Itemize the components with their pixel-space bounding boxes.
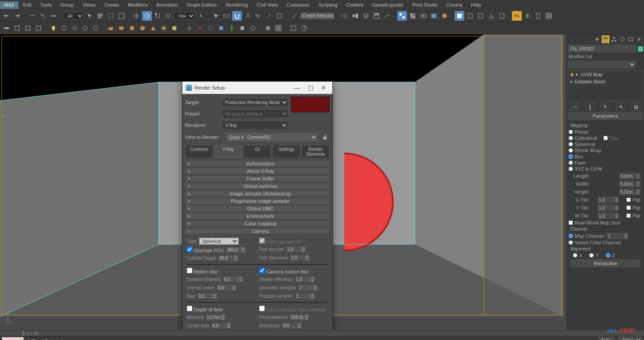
show-end-result-icon[interactable]: ‖ — [586, 103, 595, 111]
render-2-icon[interactable] — [465, 11, 475, 21]
rendered-frame-icon[interactable] — [429, 11, 439, 21]
mapping-planar-radio[interactable]: Planar — [569, 129, 589, 135]
material-editor-icon[interactable] — [408, 11, 418, 21]
select-manipulate-icon[interactable] — [211, 11, 221, 21]
sub-btn-9[interactable] — [91, 23, 101, 33]
sub-btn-6[interactable] — [59, 23, 69, 33]
sub-btn-3[interactable] — [23, 23, 33, 33]
align-z-radio[interactable]: Z — [606, 253, 615, 258]
rollout-global-switches[interactable]: +Global switches — [185, 183, 330, 190]
mirror-icon[interactable] — [340, 11, 350, 21]
prepass-samples-spinner[interactable]: ▴▾ — [295, 293, 315, 299]
object-name-input[interactable] — [568, 45, 636, 52]
modifier-list-dropdown[interactable] — [568, 61, 636, 68]
sub-btn-8[interactable] — [80, 23, 90, 33]
rollout-camera[interactable]: –Camera — [185, 228, 330, 235]
create-tab-icon[interactable] — [593, 35, 601, 43]
sub-btn-20[interactable] — [216, 23, 226, 33]
sub-btn-16[interactable] — [169, 23, 179, 33]
configure-sets-icon[interactable]: ▤ — [632, 103, 640, 111]
sub-btn-2[interactable] — [12, 23, 22, 33]
camera-type-dropdown[interactable]: Spherical — [199, 238, 239, 245]
menu-content[interactable]: Content — [342, 0, 368, 9]
wtile-spinner[interactable]: ▴▾ — [598, 213, 619, 219]
sub-btn-23[interactable] — [248, 23, 258, 33]
move-icon[interactable] — [132, 11, 141, 21]
manipulate-button[interactable]: Manipulate — [570, 259, 640, 267]
motion-blur-checkbox[interactable]: Motion blur — [187, 268, 218, 274]
render-3-icon[interactable] — [476, 11, 486, 21]
menu-game-exporter[interactable]: GameExporter — [368, 0, 408, 9]
rollout-environment[interactable]: +Environment — [185, 213, 330, 220]
tab-vray[interactable]: V-Ray — [214, 145, 242, 158]
height-spinner[interactable]: ▴▾ — [619, 189, 640, 195]
utilities-tab-icon[interactable] — [635, 35, 643, 43]
render-4-icon[interactable] — [486, 11, 496, 21]
menu-civil-view[interactable]: Civil View — [252, 0, 282, 9]
sub-btn-12[interactable] — [127, 23, 137, 33]
select-region-icon[interactable] — [106, 11, 116, 21]
menu-scripting[interactable]: Scripting — [314, 0, 342, 9]
placement-icon[interactable] — [163, 11, 173, 21]
portal-icon[interactable] — [533, 11, 543, 21]
menu-group[interactable]: Group — [56, 0, 79, 9]
minimize-button[interactable]: — — [292, 83, 302, 92]
interval-center-spinner[interactable]: ▴▾ — [216, 284, 237, 291]
utile-spinner[interactable]: ▴▾ — [598, 197, 619, 203]
aperture-spinner[interactable]: ▴▾ — [205, 314, 226, 321]
vertex-color-radio[interactable]: Vertex Color Channel — [569, 240, 621, 245]
center-bias-spinner[interactable]: ▴▾ — [211, 322, 231, 329]
mapping-xyz-radio[interactable]: XYZ to UVW — [569, 166, 602, 172]
timeline[interactable]: 0 / 30 — [0, 330, 644, 336]
sub-btn-14[interactable] — [148, 23, 158, 33]
menu-rendering[interactable]: Rendering — [221, 0, 252, 9]
anisotropy-spinner[interactable]: ▴▾ — [282, 322, 302, 329]
schematic-view-icon[interactable] — [397, 11, 407, 21]
render-setup-icon[interactable] — [418, 11, 428, 21]
align-icon[interactable] — [350, 11, 360, 21]
object-color-swatch[interactable] — [638, 46, 643, 52]
menu-graph-editors[interactable]: Graph Editors — [182, 0, 221, 9]
modifier-stack[interactable]: ◉▸UVW Map ■Editable Mesh — [568, 70, 643, 101]
sub-btn-22[interactable] — [237, 23, 247, 33]
sub-btn-13[interactable] — [138, 23, 147, 33]
motion-tab-icon[interactable] — [618, 35, 626, 43]
curve-editor-icon[interactable] — [382, 11, 392, 21]
menu-corona[interactable]: Corona — [442, 0, 467, 9]
keyboard-shortcut-icon[interactable] — [222, 11, 231, 21]
view-to-render-dropdown[interactable]: Quad 4 - Camera002 — [226, 133, 318, 142]
render-5-icon[interactable] — [497, 11, 507, 21]
rollout-progressive-sampler[interactable]: +Progressive image sampler — [185, 198, 330, 205]
get-focus-checkbox[interactable]: Get focus dist. from camera — [259, 306, 326, 312]
vtile-spinner[interactable]: ▴▾ — [598, 205, 619, 211]
utile-flip-checkbox[interactable]: Flip — [626, 197, 640, 202]
menu-animation[interactable]: Animation — [152, 0, 182, 9]
pin-stack-icon[interactable]: ⊣ — [570, 103, 579, 111]
sub-btn-10[interactable] — [106, 23, 116, 33]
percent-snap-icon[interactable]: % — [253, 11, 263, 21]
mapping-box-radio[interactable]: Box — [569, 154, 583, 159]
bias-spinner[interactable]: ▴▾ — [197, 293, 217, 299]
modifier-editable-mesh[interactable]: ■Editable Mesh — [568, 78, 643, 85]
menu-edit[interactable]: Edit — [19, 0, 36, 9]
duration-spinner[interactable]: ▴▾ — [223, 276, 243, 283]
script-listener[interactable]: -- — [2, 337, 24, 340]
shutter-eff-spinner[interactable]: ▴▾ — [295, 276, 315, 283]
viewport[interactable]: [ + ] [ Camera002 ] [ Shaded ] — [0, 34, 566, 330]
render-1-icon[interactable] — [455, 11, 464, 21]
window-crossing-icon[interactable] — [117, 11, 126, 21]
tab-settings[interactable]: Settings — [272, 145, 301, 158]
width-spinner[interactable]: ▴▾ — [619, 181, 640, 187]
layers-icon[interactable] — [361, 11, 371, 21]
grid-icon[interactable] — [544, 11, 554, 21]
renderer-dropdown[interactable]: V-Ray — [222, 121, 288, 130]
spinner-snap-icon[interactable] — [264, 11, 274, 21]
modify-tab-icon[interactable] — [602, 35, 610, 43]
menu-print-studio[interactable]: Print Studio — [408, 0, 442, 9]
dialog-titlebar[interactable]: Render Setup: — ▢ ✕ — [182, 82, 332, 94]
ref-coord-dropdown[interactable]: View — [174, 12, 195, 20]
align-y-radio[interactable]: Y — [589, 253, 599, 258]
map-channel-radio[interactable]: Map Channel: — [569, 233, 605, 239]
maximize-button[interactable]: ▢ — [305, 83, 316, 92]
edit-sel-set-icon[interactable] — [290, 11, 299, 21]
